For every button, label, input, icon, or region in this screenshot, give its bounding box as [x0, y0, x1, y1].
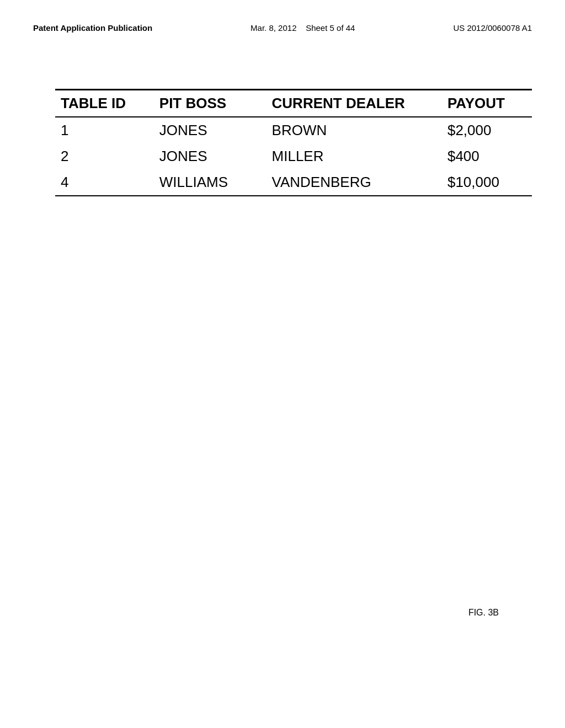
cell-current-dealer: MILLER — [266, 143, 442, 169]
cell-current-dealer: BROWN — [266, 117, 442, 143]
data-table: TABLE ID PIT BOSS CURRENT DEALER PAYOUT … — [55, 89, 532, 196]
sheet-info: Sheet 5 of 44 — [306, 23, 355, 33]
cell-payout: $400 — [442, 143, 532, 169]
figure-label: FIG. 3B — [468, 608, 499, 618]
publication-number: US 2012/0060078 A1 — [453, 22, 532, 34]
table-row: 4WILLIAMSVANDENBERG$10,000 — [55, 169, 532, 196]
column-header-current-dealer: CURRENT DEALER — [266, 90, 442, 117]
publication-title: Patent Application Publication — [33, 22, 152, 34]
cell-table-id: 1 — [55, 117, 154, 143]
column-header-payout: PAYOUT — [442, 90, 532, 117]
cell-table-id: 4 — [55, 169, 154, 196]
cell-pit-boss: WILLIAMS — [154, 169, 266, 196]
cell-pit-boss: JONES — [154, 143, 266, 169]
publication-date: Mar. 8, 2012 — [250, 23, 296, 33]
column-header-pit-boss: PIT BOSS — [154, 90, 266, 117]
table-row: 1JONESBROWN$2,000 — [55, 117, 532, 143]
page-header: Patent Application Publication Mar. 8, 2… — [0, 0, 565, 45]
main-content: TABLE ID PIT BOSS CURRENT DEALER PAYOUT … — [0, 45, 565, 196]
table-row: 2JONESMILLER$400 — [55, 143, 532, 169]
publication-date-sheet: Mar. 8, 2012 Sheet 5 of 44 — [250, 22, 355, 34]
cell-table-id: 2 — [55, 143, 154, 169]
cell-payout: $10,000 — [442, 169, 532, 196]
column-header-table-id: TABLE ID — [55, 90, 154, 117]
cell-payout: $2,000 — [442, 117, 532, 143]
cell-current-dealer: VANDENBERG — [266, 169, 442, 196]
cell-pit-boss: JONES — [154, 117, 266, 143]
table-header-row: TABLE ID PIT BOSS CURRENT DEALER PAYOUT — [55, 90, 532, 117]
